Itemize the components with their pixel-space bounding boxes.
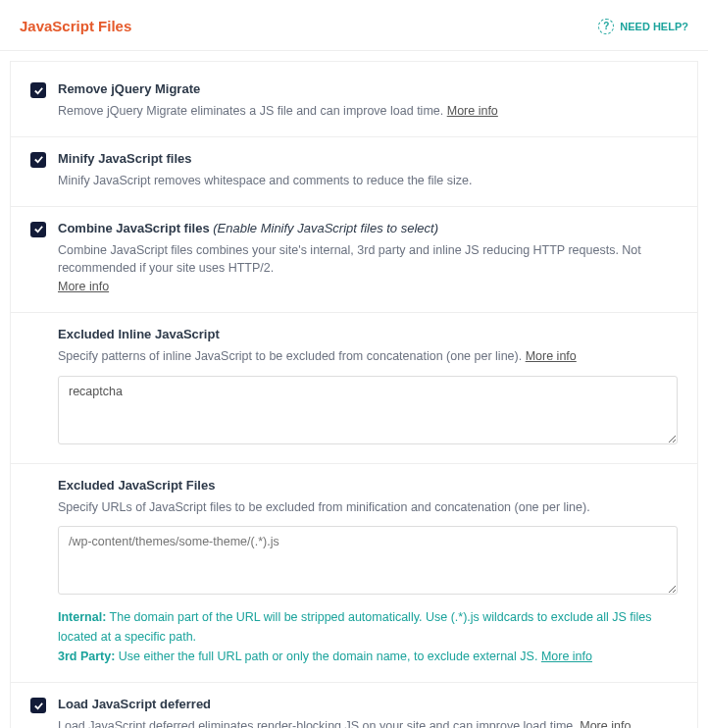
checkmark-icon [33, 85, 44, 96]
need-help-link[interactable]: ? NEED HELP? [598, 19, 688, 34]
more-info-link[interactable]: More info [447, 104, 498, 118]
more-info-link[interactable]: More info [526, 349, 577, 363]
more-info-link[interactable]: More info [580, 719, 631, 728]
excluded-files-desc: Specify URLs of JavaScript files to be e… [58, 498, 678, 517]
checkmark-icon [33, 224, 44, 234]
minify-js-label: Minify JavaScript files [58, 151, 678, 166]
excluded-inline-textarea[interactable] [58, 376, 678, 444]
remove-jquery-migrate-desc: Remove jQuery Migrate eliminates a JS fi… [58, 102, 678, 121]
defer-js-label: Load JavaScript deferred [58, 697, 678, 711]
remove-jquery-migrate-label: Remove jQuery Migrate [58, 81, 678, 96]
excluded-files-heading: Excluded JavaScript Files [58, 478, 678, 493]
combine-js-desc: Combine JavaScript files combines your s… [58, 241, 678, 296]
combine-js-checkbox[interactable] [30, 222, 46, 237]
checkmark-icon [33, 154, 44, 165]
remove-jquery-migrate-checkbox[interactable] [30, 82, 46, 98]
checkmark-icon [33, 701, 44, 711]
help-label: NEED HELP? [620, 21, 688, 32]
defer-js-checkbox[interactable] [30, 698, 46, 713]
excluded-inline-desc: Specify patterns of inline JavaScript to… [58, 347, 678, 366]
more-info-link[interactable]: More info [58, 280, 109, 293]
minify-js-desc: Minify JavaScript removes whitespace and… [58, 172, 678, 190]
defer-js-desc: Load JavaScript deferred eliminates rend… [58, 717, 678, 728]
excluded-inline-heading: Excluded Inline JavaScript [58, 327, 678, 341]
combine-js-label: Combine JavaScript files (Enable Minify … [58, 221, 678, 235]
excluded-files-textarea[interactable] [58, 526, 678, 595]
combine-js-note: (Enable Minify JavaScript files to selec… [213, 221, 438, 235]
excluded-files-hint: Internal: The domain part of the URL wil… [58, 607, 678, 666]
minify-js-checkbox[interactable] [30, 152, 46, 168]
help-icon: ? [598, 19, 614, 34]
more-info-link[interactable]: More info [541, 650, 592, 663]
page-title: JavaScript Files [20, 18, 131, 34]
